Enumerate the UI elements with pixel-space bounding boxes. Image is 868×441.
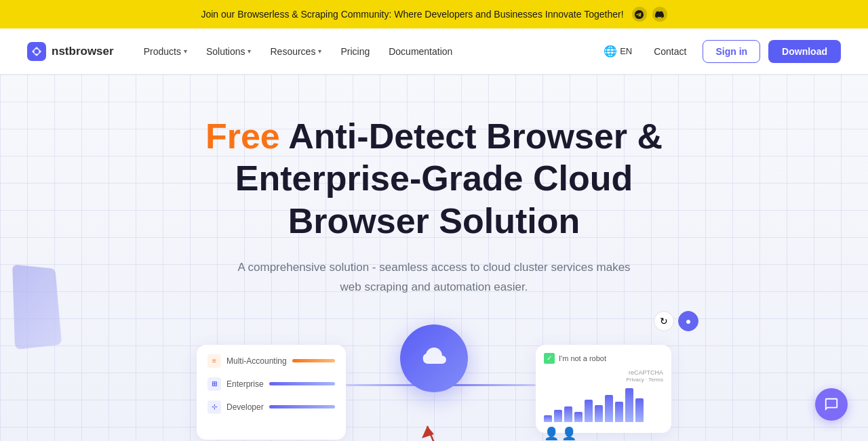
captcha-panel: ✓ I'm not a robot reCAPTCHAPrivacy · Ter… <box>536 345 671 433</box>
nav-documentation[interactable]: Documentation <box>380 41 460 62</box>
bar-6 <box>595 405 603 422</box>
bar-1 <box>544 415 552 422</box>
bar-4 <box>574 412 583 422</box>
navbar: nstbrowser Products ▾ Solutions ▾ Resour… <box>0 28 868 75</box>
logo-text: nstbrowser <box>52 45 114 58</box>
bar-8 <box>615 402 623 422</box>
products-chevron: ▾ <box>184 47 187 55</box>
solutions-chevron: ▾ <box>248 47 251 55</box>
svg-point-1 <box>35 49 39 54</box>
enterprise-icon: ⊞ <box>208 377 221 391</box>
nav-solutions[interactable]: Solutions ▾ <box>198 41 260 62</box>
nav-contact[interactable]: Contact <box>646 41 694 62</box>
hero-title-free: Free <box>205 117 280 156</box>
multi-accounting-label: Multi-Accounting <box>226 356 287 366</box>
signin-button[interactable]: Sign in <box>703 40 760 63</box>
developer-label: Developer <box>226 402 264 412</box>
developer-bar <box>269 405 335 408</box>
refresh-icon-1: ↻ <box>654 311 674 331</box>
refresh-icon-2: ● <box>678 311 698 331</box>
svg-marker-3 <box>422 426 434 438</box>
captcha-checkbox: ✓ <box>544 353 555 364</box>
person-icon-2: 👤 <box>561 426 576 441</box>
developer-icon: ⊹ <box>208 400 221 414</box>
nav-left: nstbrowser Products ▾ Solutions ▾ Resour… <box>27 41 460 62</box>
resources-chevron: ▾ <box>318 47 321 55</box>
captcha-check: ✓ I'm not a robot <box>544 353 663 364</box>
logo[interactable]: nstbrowser <box>27 42 114 61</box>
bar-chart <box>544 388 663 422</box>
profile-types-panel: ≡ Multi-Accounting ⊞ Enterprise ⊹ Develo… <box>197 345 346 440</box>
nav-resources[interactable]: Resources ▾ <box>262 41 330 62</box>
bar-2 <box>554 410 562 422</box>
bar-10 <box>635 398 644 422</box>
download-button[interactable]: Download <box>768 40 841 63</box>
profile-item-developer: ⊹ Developer <box>208 400 335 414</box>
hero-title-rest: Anti-Detect Browser & Enterprise-Grade C… <box>235 117 663 240</box>
nav-products[interactable]: Products ▾ <box>136 41 195 62</box>
discord-icon[interactable] <box>652 7 667 22</box>
cloud-center <box>400 324 468 392</box>
bar-3 <box>564 406 572 422</box>
person-icons: 👤 👤 <box>544 426 663 441</box>
telegram-icon[interactable] <box>632 7 647 22</box>
arrow-annotation <box>407 419 515 441</box>
enterprise-bar <box>269 382 335 385</box>
bar-9 <box>625 388 633 422</box>
hero-content: Free Anti-Detect Browser & Enterprise-Gr… <box>163 115 705 324</box>
hero-illustration: ↻ ● ≡ Multi-Accounting ⊞ Enterprise ⊹ De… <box>197 338 671 441</box>
hero-subtitle: A comprehensive solution - seamless acce… <box>237 258 631 297</box>
bar-5 <box>585 400 593 422</box>
multi-accounting-bar <box>292 359 335 362</box>
svg-line-2 <box>427 426 475 441</box>
chat-button[interactable] <box>815 388 848 421</box>
nav-right: 🌐 EN Contact Sign in Download <box>598 40 841 63</box>
globe-icon: 🌐 <box>604 45 617 58</box>
banner-text: Join our Browserless & Scraping Communit… <box>201 9 623 20</box>
enterprise-label: Enterprise <box>226 379 264 389</box>
bar-7 <box>605 395 613 422</box>
captcha-label: I'm not a robot <box>559 354 606 362</box>
hero-section: Free Anti-Detect Browser & Enterprise-Gr… <box>0 75 868 441</box>
person-icon-1: 👤 <box>544 426 559 441</box>
profile-item-multi: ≡ Multi-Accounting <box>208 354 335 368</box>
multi-accounting-icon: ≡ <box>208 354 221 368</box>
decorative-left-shape <box>12 264 62 350</box>
hero-title: Free Anti-Detect Browser & Enterprise-Gr… <box>163 115 705 242</box>
refresh-icons: ↻ ● <box>654 311 698 331</box>
captcha-brand: reCAPTCHAPrivacy · Terms <box>544 369 663 383</box>
banner-social-icons <box>632 7 667 22</box>
nav-links: Products ▾ Solutions ▾ Resources ▾ Prici… <box>136 41 461 62</box>
language-selector[interactable]: 🌐 EN <box>598 41 637 62</box>
cloud-icon <box>418 342 450 375</box>
top-banner: Join our Browserless & Scraping Communit… <box>0 0 868 28</box>
profile-item-enterprise: ⊞ Enterprise <box>208 377 335 391</box>
nav-pricing[interactable]: Pricing <box>332 41 378 62</box>
